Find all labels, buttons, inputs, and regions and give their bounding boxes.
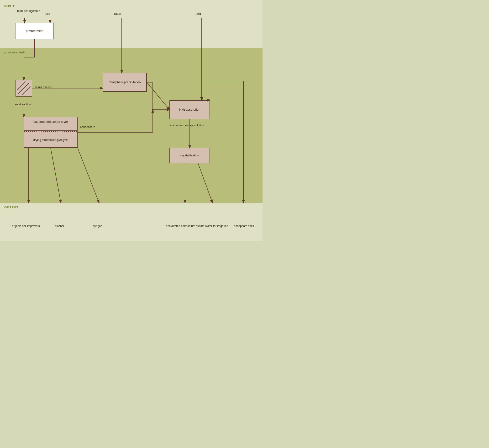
- input-acid2: acid: [196, 12, 201, 16]
- solid-fraction-label: solid fraction: [15, 103, 31, 107]
- output-organic-soil: organic soil improvers: [12, 224, 40, 228]
- nh3-box: NH₃ absorption: [169, 100, 210, 119]
- process-label: process unit: [4, 51, 25, 54]
- output-dehydrated: dehydrated ammonium sulfate: [166, 224, 204, 228]
- output-water: water for irrigation: [205, 224, 228, 228]
- svg-line-1: [17, 81, 25, 90]
- phosphate-box: phosphate precipitation: [103, 73, 147, 92]
- output-section: [0, 203, 263, 241]
- liquid-fraction-label: liquid fraction: [35, 85, 52, 89]
- output-syngas: syngas: [93, 224, 102, 228]
- separator-box: [16, 80, 32, 96]
- pretreatment-box: pretreatment: [16, 23, 54, 39]
- output-phosphate-salts: phosphate salts: [234, 224, 254, 228]
- ammonium-sulfate-label: ammonium sulfate solution: [170, 123, 204, 128]
- input-acid1: acid: [45, 12, 50, 16]
- svg-line-2: [22, 87, 31, 95]
- svg-line-0: [18, 83, 29, 94]
- condensate-label: condensate: [80, 125, 95, 129]
- input-alkali: alkali: [114, 12, 121, 16]
- input-manure: manure/ digestate: [17, 9, 40, 13]
- input-label: INPUT: [4, 4, 15, 8]
- crystallization-box: crystallization: [169, 148, 210, 163]
- output-biochar: biochar: [55, 224, 64, 228]
- output-label: OUTPUT: [4, 206, 18, 209]
- drying-section-box: drying torrefaction pyrolysis: [24, 132, 78, 148]
